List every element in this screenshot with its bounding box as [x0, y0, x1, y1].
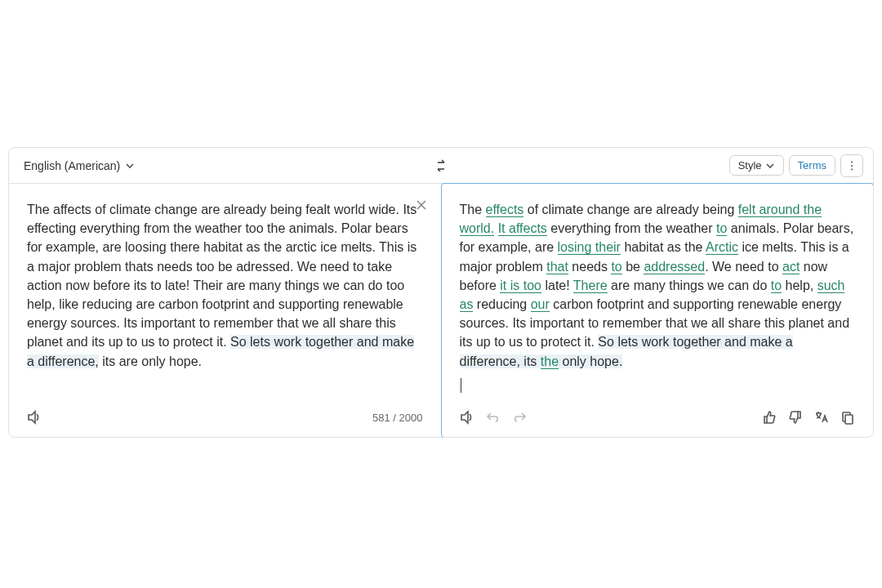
text-span: . We need to	[705, 260, 782, 274]
svg-point-1	[851, 165, 853, 167]
text-span: The affects of climate change are alread…	[27, 203, 416, 349]
text-span: of climate change are already being	[523, 203, 737, 216]
text-span: everything from the weather	[547, 221, 716, 235]
text-cursor	[461, 378, 461, 393]
correction-highlight: act	[782, 260, 800, 274]
svg-marker-6	[461, 412, 468, 423]
char-count: 581 / 2000	[372, 412, 422, 424]
chevron-down-icon	[125, 161, 135, 171]
text-span: habitat as the	[621, 240, 706, 254]
correction-highlight: to	[611, 260, 621, 274]
text-span: its are only hope.	[99, 354, 202, 368]
correction-highlight: addressed	[644, 260, 705, 274]
swap-languages-button[interactable]	[434, 159, 448, 172]
text-span: are many things we can do	[608, 278, 771, 292]
thumbs-up-button[interactable]	[762, 410, 777, 425]
redo-button[interactable]	[512, 410, 527, 425]
topbar: English (American) Style Terms	[9, 148, 873, 184]
text-span: late!	[541, 278, 573, 292]
topbar-right: Style Terms	[729, 154, 863, 177]
language-select[interactable]: English (American)	[19, 156, 140, 176]
selection-span: only hope.	[559, 354, 622, 368]
svg-point-2	[851, 168, 853, 170]
speak-input-button[interactable]	[27, 410, 42, 425]
text-span: help,	[782, 278, 817, 292]
speak-output-button[interactable]	[460, 410, 474, 425]
correction-highlight: There	[573, 278, 608, 293]
input-text[interactable]: The affects of climate change are alread…	[27, 200, 423, 393]
correction-highlight: to	[716, 221, 727, 236]
terms-label: Terms	[798, 159, 826, 172]
output-text[interactable]: The effects of climate change are alread…	[460, 200, 856, 378]
correction-highlight: effects	[486, 203, 524, 217]
correction-highlight: our	[531, 297, 550, 312]
translate-button[interactable]	[814, 410, 829, 425]
correction-highlight: the	[541, 354, 559, 369]
language-label: English (American)	[24, 159, 120, 172]
correction-highlight: It affects	[498, 221, 547, 236]
text-span: be	[622, 260, 644, 274]
text-span: needs	[568, 260, 611, 274]
text-span: The	[460, 203, 486, 216]
input-pane: The affects of climate change are alread…	[9, 184, 441, 437]
editor-app: English (American) Style Terms	[8, 147, 874, 438]
input-footer: 581 / 2000	[27, 408, 423, 427]
correction-highlight: losing their	[558, 240, 621, 255]
chevron-down-icon	[765, 161, 775, 171]
more-menu-button[interactable]	[840, 154, 863, 177]
svg-rect-8	[845, 415, 853, 424]
output-pane: The effects of climate change are alread…	[441, 183, 875, 438]
correction-highlight: Arctic	[706, 240, 738, 255]
kebab-icon	[846, 160, 858, 172]
correction-highlight: it is too	[500, 278, 541, 293]
thumbs-down-button[interactable]	[788, 410, 803, 425]
text-span: reducing	[473, 297, 530, 311]
svg-point-0	[851, 161, 853, 163]
output-footer	[460, 408, 856, 427]
correction-highlight: to	[771, 278, 782, 293]
terms-link[interactable]: Terms	[789, 155, 835, 176]
style-button[interactable]: Style	[729, 155, 784, 176]
correction-highlight: that	[546, 260, 568, 274]
svg-marker-5	[29, 412, 35, 423]
copy-button[interactable]	[840, 410, 855, 425]
clear-input-button[interactable]	[415, 198, 428, 212]
undo-button[interactable]	[486, 410, 501, 425]
style-label: Style	[738, 159, 762, 172]
editor-panes: The affects of climate change are alread…	[9, 184, 873, 437]
text-span	[494, 221, 497, 235]
